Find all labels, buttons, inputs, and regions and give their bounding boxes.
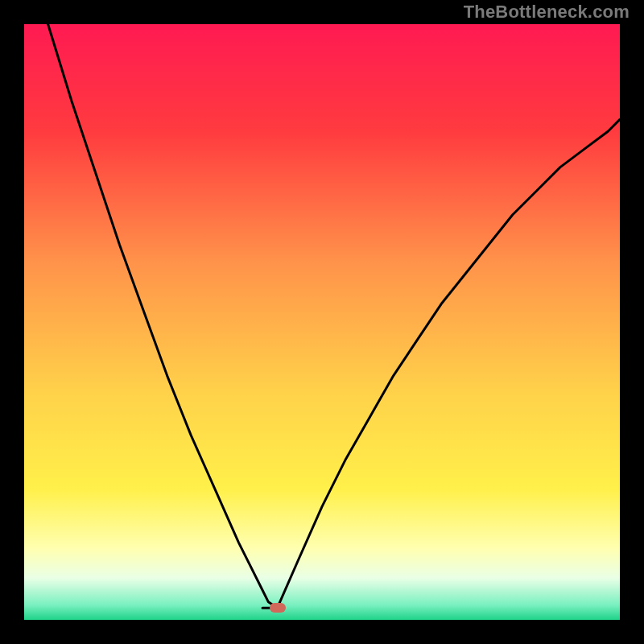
chart-frame: TheBottleneck.com bbox=[0, 0, 644, 644]
optimum-marker-icon bbox=[270, 603, 286, 613]
gradient-background bbox=[24, 24, 620, 620]
watermark-text: TheBottleneck.com bbox=[464, 2, 630, 23]
chart-svg bbox=[24, 24, 620, 620]
plot-area bbox=[24, 24, 620, 620]
